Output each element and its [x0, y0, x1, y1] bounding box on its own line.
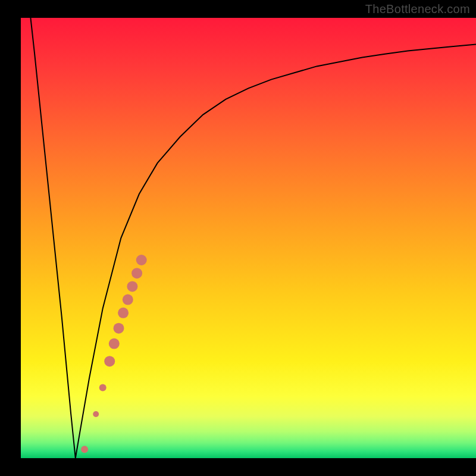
gpu-marker — [118, 308, 129, 318]
gpu-marker — [109, 339, 120, 349]
gpu-marker — [131, 268, 142, 278]
gpu-marker — [81, 446, 88, 453]
gpu-marker — [123, 295, 133, 305]
gpu-marker — [136, 255, 147, 265]
gpu-marker — [104, 356, 115, 367]
bottleneck-chart — [0, 0, 476, 476]
gpu-marker — [99, 384, 107, 392]
gpu-marker — [127, 281, 137, 292]
plot-background — [21, 18, 476, 458]
watermark-text: TheBottleneck.com — [365, 2, 470, 16]
gpu-marker — [114, 323, 124, 334]
gpu-marker — [93, 411, 99, 417]
